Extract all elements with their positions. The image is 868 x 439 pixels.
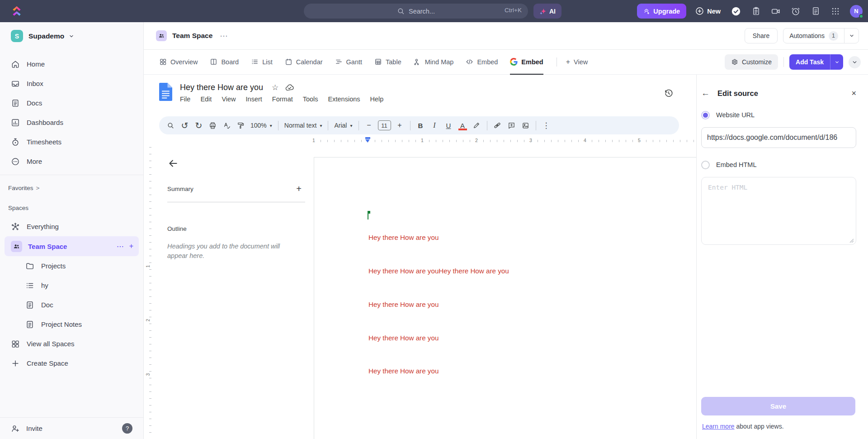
- ai-button[interactable]: AI: [533, 4, 561, 19]
- menu-format[interactable]: Format: [272, 95, 298, 104]
- search-bar[interactable]: Search... Ctrl+K: [304, 4, 528, 19]
- add-task-button[interactable]: Add Task: [789, 58, 830, 66]
- version-history-button[interactable]: [664, 88, 674, 98]
- menu-extensions[interactable]: Extensions: [328, 95, 365, 104]
- zoom-select[interactable]: 100% ▾: [248, 122, 275, 129]
- sidebar-item-home[interactable]: Home: [0, 54, 143, 74]
- font-size-input[interactable]: 11: [378, 120, 391, 130]
- paragraph-style-select[interactable]: Normal text ▾: [282, 122, 325, 129]
- sidebar-item-docs[interactable]: Docs: [0, 93, 143, 113]
- notepad-button[interactable]: [750, 6, 761, 17]
- share-button[interactable]: Share: [745, 28, 778, 43]
- text-color-button[interactable]: A: [457, 119, 469, 132]
- back-button[interactable]: ←: [701, 88, 710, 98]
- sidebar-item-team-space[interactable]: Team Space ⋯ +: [5, 236, 139, 256]
- sidebar-item-more[interactable]: More: [0, 152, 143, 171]
- new-button[interactable]: New: [695, 7, 721, 15]
- bold-button[interactable]: B: [415, 119, 427, 132]
- embed-html-textarea[interactable]: [701, 177, 856, 245]
- insert-image-button[interactable]: [519, 119, 532, 132]
- learn-more-link[interactable]: Learn more: [702, 423, 735, 430]
- tab-calendar[interactable]: Calendar: [285, 50, 323, 75]
- space-add-button[interactable]: +: [129, 242, 133, 250]
- tab-overview[interactable]: Overview: [159, 50, 198, 75]
- save-button[interactable]: Save: [701, 397, 855, 415]
- print-button[interactable]: [207, 119, 219, 132]
- tab-embed-google-active[interactable]: Embed: [510, 50, 543, 75]
- sidebar-item-project-notes[interactable]: Project Notes: [0, 315, 143, 334]
- resize-handle-icon[interactable]: [849, 239, 854, 243]
- sidebar-item-create-space[interactable]: Create Space: [0, 353, 143, 373]
- indent-marker[interactable]: [365, 137, 370, 143]
- embed-html-option[interactable]: Embed HTML: [701, 160, 856, 170]
- add-task-chevron-button[interactable]: [830, 54, 843, 70]
- space-header-ellipsis-button[interactable]: ⋯: [220, 31, 227, 41]
- horizontal-ruler[interactable]: 1 1 2 3 4 5: [144, 134, 696, 147]
- doc-quick-button[interactable]: [810, 6, 821, 17]
- space-ellipsis-button[interactable]: ⋯: [117, 242, 124, 251]
- decrease-font-button[interactable]: −: [363, 119, 375, 132]
- sidebar-item-projects[interactable]: Projects: [0, 256, 143, 276]
- favorites-section[interactable]: Favorites >: [0, 179, 143, 197]
- tab-add-view[interactable]: + View: [566, 50, 588, 75]
- document-text[interactable]: Hey there How are you Hey there How are …: [368, 210, 509, 399]
- website-url-option[interactable]: Website URL: [701, 110, 856, 120]
- workspace-switcher[interactable]: S Supademo: [0, 22, 143, 50]
- website-url-input[interactable]: [701, 127, 856, 148]
- sidebar-item-timesheets[interactable]: Timesheets: [0, 132, 143, 152]
- embed-html-radio[interactable]: [701, 161, 710, 169]
- find-button[interactable]: [165, 119, 177, 132]
- star-button[interactable]: ☆: [272, 83, 278, 92]
- spellcheck-button[interactable]: [221, 119, 233, 132]
- apps-grid-button[interactable]: [830, 6, 841, 17]
- sidebar-item-inbox[interactable]: Inbox: [0, 74, 143, 93]
- italic-button[interactable]: I: [429, 119, 441, 132]
- menu-edit[interactable]: Edit: [200, 95, 217, 104]
- invite-button[interactable]: Invite: [11, 424, 42, 433]
- insert-link-button[interactable]: [491, 119, 504, 132]
- automations-chevron-button[interactable]: [844, 29, 859, 43]
- increase-font-button[interactable]: +: [394, 119, 406, 132]
- underline-button[interactable]: U: [443, 119, 455, 132]
- sidebar-item-dashboards[interactable]: Dashboards: [0, 113, 143, 132]
- tab-mind-map[interactable]: Mind Map: [414, 50, 454, 75]
- tab-gantt[interactable]: Gantt: [335, 50, 362, 75]
- font-family-select[interactable]: Arial ▾: [331, 122, 355, 129]
- redo-button[interactable]: ↻: [193, 119, 205, 132]
- add-summary-button[interactable]: +: [296, 184, 302, 194]
- record-clip-button[interactable]: [770, 6, 781, 17]
- sidebar-item-hy[interactable]: hy: [0, 276, 143, 295]
- collapse-header-button[interactable]: [849, 56, 861, 68]
- customize-button[interactable]: Customize: [725, 54, 778, 70]
- reminders-button[interactable]: [790, 6, 801, 17]
- user-avatar[interactable]: N: [850, 5, 863, 18]
- doc-title[interactable]: Hey there How are you: [180, 83, 263, 92]
- menu-view[interactable]: View: [222, 95, 241, 104]
- tab-board[interactable]: Board: [210, 50, 239, 75]
- sidebar-item-everything[interactable]: Everything: [0, 217, 143, 236]
- paint-format-button[interactable]: [235, 119, 247, 132]
- doc-line: Hey there How are you: [368, 299, 509, 310]
- clickup-logo-icon[interactable]: [11, 5, 23, 17]
- automations-button[interactable]: Automations 1: [783, 31, 844, 41]
- upgrade-button[interactable]: Upgrade: [637, 4, 686, 19]
- document-page[interactable]: Hey there How are you Hey there How are …: [314, 157, 697, 439]
- menu-tools[interactable]: Tools: [303, 95, 323, 104]
- tab-table[interactable]: Table: [374, 50, 401, 75]
- sidebar-item-view-all-spaces[interactable]: View all Spaces: [0, 334, 143, 353]
- help-button[interactable]: ?: [122, 423, 132, 434]
- website-url-radio[interactable]: [701, 111, 710, 119]
- close-icon[interactable]: ×: [851, 89, 856, 98]
- task-check-button[interactable]: [731, 6, 741, 17]
- close-outline-button[interactable]: [167, 157, 305, 169]
- highlight-button[interactable]: [471, 119, 483, 132]
- sidebar-item-doc[interactable]: Doc: [0, 295, 143, 315]
- menu-help[interactable]: Help: [370, 95, 389, 104]
- undo-button[interactable]: ↺: [179, 119, 191, 132]
- menu-insert[interactable]: Insert: [246, 95, 267, 104]
- add-comment-button[interactable]: [505, 119, 518, 132]
- tab-list[interactable]: List: [251, 50, 273, 75]
- tab-embed-code[interactable]: Embed: [466, 50, 498, 75]
- menu-file[interactable]: File: [180, 95, 195, 104]
- more-options-button[interactable]: ⋮: [540, 119, 552, 132]
